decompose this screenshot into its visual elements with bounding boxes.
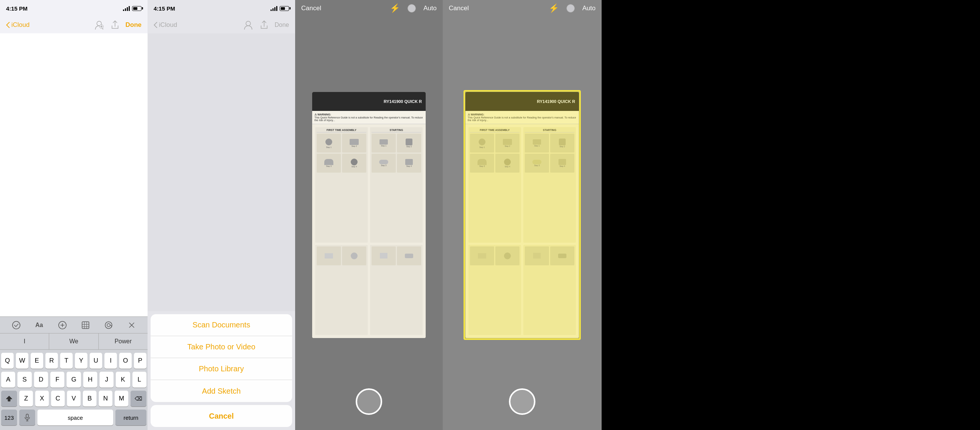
close-keyboard-icon[interactable] <box>125 319 138 332</box>
key-a[interactable]: A <box>1 372 15 388</box>
key-m[interactable]: M <box>115 391 128 406</box>
checkmark-icon[interactable] <box>10 319 23 332</box>
scan-documents-button[interactable]: Scan Documents <box>151 314 292 336</box>
key-s[interactable]: S <box>18 372 32 388</box>
mic-icon <box>24 414 30 421</box>
camera-controls-bar-4: Cancel ⚡ Auto <box>443 0 601 17</box>
format-icon[interactable]: Aa <box>33 319 46 332</box>
key-t[interactable]: T <box>60 353 73 369</box>
key-k[interactable]: K <box>116 372 130 388</box>
plus-circle-icon <box>58 321 67 329</box>
key-p[interactable]: P <box>134 353 146 369</box>
key-z[interactable]: Z <box>19 391 33 406</box>
table-icon[interactable] <box>79 319 92 332</box>
chevron-left-icon-1 <box>6 22 10 28</box>
doc-item-3-3: Step 3 <box>317 154 341 173</box>
doc-warning-3: ⚠ WARNING: This Quick Reference Guide is… <box>312 111 426 124</box>
key-i[interactable]: I <box>105 353 117 369</box>
nav-actions-2: Done <box>243 20 289 30</box>
backspace-key[interactable]: ⌫ <box>130 391 146 406</box>
key-f[interactable]: F <box>50 372 64 388</box>
doc-starting-grid-3: Step 1 Step 2 Step 3 Step 4 <box>372 134 421 173</box>
camera-cancel-3[interactable]: Cancel <box>301 5 321 12</box>
done-button-1[interactable]: Done <box>126 21 142 29</box>
camera-controls-bar-3: Cancel ⚡ Auto <box>295 0 443 17</box>
key-y[interactable]: Y <box>75 353 88 369</box>
exposure-icon-4[interactable] <box>566 4 575 13</box>
svg-point-4 <box>13 322 20 329</box>
number-key[interactable]: 123 <box>1 409 17 425</box>
back-button-2[interactable]: iCloud <box>154 21 177 29</box>
note-area[interactable] <box>0 33 148 317</box>
back-label-2: iCloud <box>159 21 177 29</box>
key-g[interactable]: G <box>67 372 81 388</box>
doc-item-3-1: Step 1 <box>317 134 341 153</box>
chevron-left-icon-2 <box>154 22 158 28</box>
doc-item-3-9 <box>317 247 341 265</box>
flash-icon-4[interactable]: ⚡ <box>549 3 559 13</box>
key-u[interactable]: U <box>90 353 102 369</box>
key-r[interactable]: R <box>45 353 58 369</box>
doc-item-3-4: Step 4 <box>342 154 366 173</box>
key-d[interactable]: D <box>34 372 48 388</box>
svg-point-20 <box>246 21 250 26</box>
key-v[interactable]: V <box>67 391 81 406</box>
done-button-2[interactable]: Done <box>275 22 289 29</box>
back-button-1[interactable]: iCloud <box>6 21 30 29</box>
key-q[interactable]: Q <box>1 353 14 369</box>
shutter-button-3[interactable] <box>356 389 382 415</box>
doc-section-3-bottom2 <box>370 245 423 335</box>
key-o[interactable]: O <box>119 353 132 369</box>
return-key[interactable]: return <box>115 409 146 425</box>
shift-key[interactable] <box>1 391 17 406</box>
user-icon-2[interactable] <box>243 20 253 30</box>
action-sheet: Scan Documents Take Photo or Video Photo… <box>151 314 292 402</box>
status-time-2: 4:15 PM <box>154 5 175 12</box>
exposure-icon-3[interactable] <box>407 4 416 13</box>
auto-label-4: Auto <box>582 5 595 12</box>
signal-icon-2 <box>270 6 277 11</box>
mention-icon[interactable] <box>102 319 115 332</box>
key-n[interactable]: N <box>99 391 112 406</box>
suggestion-3[interactable]: Power <box>99 333 148 349</box>
add-icon[interactable] <box>56 319 69 332</box>
key-e[interactable]: E <box>31 353 43 369</box>
camera-cancel-4[interactable]: Cancel <box>449 5 469 12</box>
user-icon-1[interactable] <box>94 20 105 30</box>
key-w[interactable]: W <box>16 353 29 369</box>
key-l[interactable]: L <box>132 372 146 388</box>
space-key[interactable]: space <box>37 409 113 425</box>
battery-icon-2 <box>280 6 289 11</box>
document-detection-overlay <box>463 90 581 340</box>
doc-item-3-10 <box>342 247 366 265</box>
add-sketch-button[interactable]: Add Sketch <box>151 380 292 402</box>
doc-assembly-grid-3: Step 1 Step 2 Step 3 Step 4 <box>317 134 366 173</box>
key-x[interactable]: X <box>35 391 49 406</box>
suggestion-1[interactable]: I <box>0 333 49 349</box>
document-preview-3: RY141900 QUICK R ⚠ WARNING: This Quick R… <box>312 92 426 338</box>
svg-rect-8 <box>82 322 89 328</box>
doc-item-3-6: Step 2 <box>397 134 421 153</box>
flash-icon-3[interactable]: ⚡ <box>390 3 400 13</box>
key-c[interactable]: C <box>51 391 65 406</box>
at-sign-icon <box>105 321 113 329</box>
photo-library-button[interactable]: Photo Library <box>151 358 292 380</box>
cancel-button[interactable]: Cancel <box>151 405 292 427</box>
mic-key[interactable] <box>19 409 35 425</box>
status-right-icons-1 <box>123 6 142 11</box>
key-j[interactable]: J <box>100 372 113 388</box>
suggestion-2[interactable]: We <box>49 333 99 349</box>
status-bar-2: 4:15 PM <box>148 0 295 17</box>
x-icon <box>127 321 136 329</box>
checkmark-circle-icon <box>12 321 21 329</box>
take-photo-button[interactable]: Take Photo or Video <box>151 336 292 358</box>
key-b[interactable]: B <box>83 391 97 406</box>
camera-panel-no-detect: Cancel ⚡ Auto RY141900 QUICK R ⚠ WARNING… <box>295 0 443 430</box>
action-sheet-panel: 4:15 PM iCloud <box>148 0 295 430</box>
nav-actions-1: Done <box>94 20 142 30</box>
share-icon-1[interactable] <box>110 21 119 30</box>
key-h[interactable]: H <box>83 372 97 388</box>
nav-bar-2: iCloud Done <box>148 17 295 33</box>
shutter-button-4[interactable] <box>509 389 535 415</box>
share-icon-2[interactable] <box>259 21 269 30</box>
